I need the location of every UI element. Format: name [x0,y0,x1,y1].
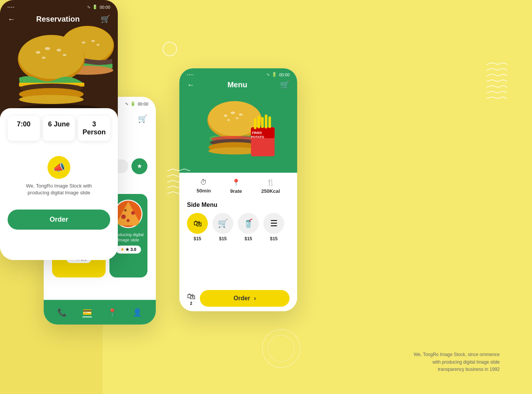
svg-point-49 [57,49,61,52]
wavy-decoration-middle [167,167,190,243]
phone3-wifi-icon: ∿ [87,5,90,9]
phone3-back-arrow[interactable]: ← [8,15,15,24]
order-arrow: › [254,295,256,302]
time-box-date[interactable]: 6 June [43,116,75,141]
side-price-2: $15 [219,236,226,241]
svg-point-21 [239,113,243,116]
phone2-footer: 🛍 2 Order › [179,285,297,311]
phone2-wifi-icon: ∿ [266,72,270,77]
nav-phone-icon[interactable]: 📞 [57,308,67,317]
phone2-time: 00:00 [279,72,290,77]
time-box-time[interactable]: 7:00 [8,116,40,141]
deco-arc [258,326,304,371]
side-icon-3: 🥤 [238,213,259,234]
food-card-2-rating: ★ ★ 3.0 [116,246,141,254]
phone1-time: 00:00 [138,102,148,106]
clock-icon: ⏱ [200,178,207,186]
credit-line1: We, TongRo Image Stock, since ommence [414,351,500,358]
phone2-menu-title: Menu [227,80,247,89]
fork-icon: 🍴 [266,178,275,187]
bottom-navigation: 📞 💳 📍 👤 [44,300,156,325]
svg-point-43 [97,44,100,46]
nav-person-icon[interactable]: 👤 [133,308,142,317]
reservation-title: Reservation [36,15,80,24]
stat-rate: 📍 9rate [230,178,242,194]
phone2-statusbar: •••• ∿ 🔋 00:00 [187,72,290,77]
burger-image-container: FRIED POTATO [196,97,280,163]
reservation-header: ← Reservation 🛒 [0,11,118,27]
pin-icon-stat: 📍 [232,178,240,187]
phone2-title-row: ← Menu 🛒 [187,80,290,89]
credit-line2: with producing digital Image slide [414,359,500,366]
svg-point-13 [121,214,126,219]
phone2-cart-icon[interactable]: 🛒 [280,80,290,89]
svg-point-41 [82,41,86,44]
phone3-statusbar: •••• ∿ 🔋 00:00 [0,0,118,12]
stat-kcal: 🍴 250Kcal [261,178,280,194]
time-box-persons[interactable]: 3 Person [78,116,110,141]
side-price-4: $15 [270,236,277,241]
stat-time: ⏱ 50min [196,178,211,194]
megaphone-icon: 📣 [48,156,70,179]
promo-info-box: 📣 We, TongRo Image Stock with producing … [8,148,110,204]
svg-point-42 [91,40,95,42]
star-icon-2: ★ [120,247,124,252]
phone2-signal: •••• [187,73,194,76]
cart-count-area[interactable]: 🛍 2 [187,292,195,306]
side-price-1: $15 [193,236,201,241]
svg-point-22 [236,117,239,119]
nav-location-icon[interactable]: 📍 [108,308,117,317]
svg-rect-35 [265,115,268,128]
side-items-row: 🛍 $15 🛒 $15 🥤 $15 ☰ $15 [187,213,290,241]
side-item-1[interactable]: 🛍 $15 [187,213,208,241]
svg-point-16 [124,209,127,211]
nav-card-icon[interactable]: 💳 [82,307,92,317]
battery-icon: 🔋 [130,101,136,106]
svg-text:POTATO: POTATO [251,135,264,139]
side-icon-2: 🛒 [212,213,233,234]
food-hero-area: FRIED POTATO [179,97,297,173]
deco-circle-1 [163,42,177,56]
wifi-icon: ∿ [125,101,128,106]
phone2-header: •••• ∿ 🔋 00:00 ← Menu 🛒 [179,68,297,97]
svg-point-55 [19,95,84,104]
phone2-order-button[interactable]: Order › [200,290,290,307]
svg-point-1 [268,335,294,362]
cart-footer-icon: 🛍 [187,292,195,301]
svg-rect-36 [268,117,271,128]
phone1-status-right: ∿ 🔋 00:00 [125,101,148,106]
order-label: Order [234,295,250,302]
side-item-4[interactable]: ☰ $15 [263,213,284,241]
time-selection-row: 7:00 6 June 3 Person [8,116,110,141]
side-icon-1: 🛍 [187,213,208,234]
phone3-time: 00:00 [100,5,110,9]
side-icon-4: ☰ [263,213,284,234]
footer-credit: We, TongRo Image Stock, since ommence wi… [414,351,500,373]
wavy-decoration-right [486,61,507,137]
svg-point-46 [19,35,84,79]
side-price-3: $15 [244,236,252,241]
side-item-2[interactable]: 🛒 $15 [212,213,233,241]
phone2-status-right: ∿ 🔋 00:00 [266,72,290,77]
stat-rate-value: 9rate [230,188,242,194]
svg-point-19 [224,115,228,117]
phone3-cart-icon[interactable]: 🛒 [101,14,110,24]
promo-description: We, TongRo Image Stock with producing di… [15,183,103,196]
cart-count-badge: 2 [190,301,192,306]
stat-time-value: 50min [196,188,211,194]
side-menu-section: Side Menu 🛍 $15 🛒 $15 🥤 $15 ☰ $15 [179,198,297,245]
stat-kcal-value: 250Kcal [261,188,280,194]
svg-rect-33 [258,116,260,128]
phone2-back-arrow[interactable]: ← [187,80,195,89]
side-item-3[interactable]: 🥤 $15 [238,213,259,241]
search-button[interactable]: ★ [131,158,147,174]
svg-point-20 [231,112,235,114]
svg-point-15 [127,219,130,222]
svg-text:FRIED: FRIED [252,131,262,135]
phone2-battery-icon: 🔋 [272,72,277,77]
phone3-order-button[interactable]: Order [8,210,110,230]
food-stats-row: ⏱ 50min 📍 9rate 🍴 250Kcal [179,173,297,198]
svg-point-48 [45,47,50,50]
reservation-card: 7:00 6 June 3 Person 📣 We, TongRo Image … [0,108,118,260]
cart-icon[interactable]: 🛒 [138,114,147,123]
